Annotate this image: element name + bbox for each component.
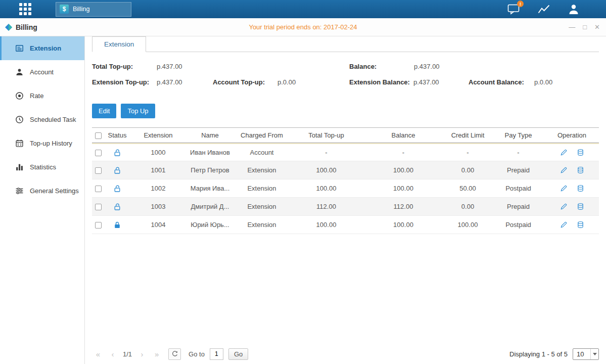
pagination-bar: « ‹ 1/1 › » Go to Go Displaying 1 - 5 of…	[92, 348, 599, 360]
cell-credit-limit: 50.00	[444, 179, 492, 198]
minimize-button[interactable]: —	[569, 24, 575, 30]
cell-extension: 1004	[130, 216, 186, 234]
sidebar-item-extension[interactable]: Extension	[0, 36, 84, 60]
col-header-pay-type: Pay Type	[492, 127, 545, 143]
sidebar-item-label: Extension	[30, 44, 61, 52]
sidebar-item-label: Statistics	[30, 163, 56, 171]
cell-name: Юрий Юрь...	[186, 216, 234, 234]
summary-balance: Balance: p.437.00	[349, 63, 440, 70]
select-all-checkbox[interactable]	[95, 132, 102, 139]
col-header-total-topup: Total Top-up	[290, 127, 363, 143]
row-checkbox[interactable]	[95, 204, 102, 210]
table-row[interactable]: 1001 Петр Петров Extension 100.00 100.00…	[92, 161, 599, 179]
edit-row-icon[interactable]	[560, 203, 568, 210]
sidebar-item-statistics[interactable]: Statistics	[0, 155, 84, 179]
topup-row-icon[interactable]	[577, 221, 584, 229]
cell-extension: 1000	[130, 143, 186, 161]
summary-extension-balance: Extension Balance: p.437.00	[349, 78, 439, 86]
close-button[interactable]: ✕	[594, 24, 600, 30]
billing-logo-icon	[5, 23, 13, 31]
row-checkbox[interactable]	[95, 167, 102, 174]
sidebar-item-general-settings[interactable]: General Settings	[0, 179, 84, 203]
cell-charged-from: Extension	[234, 179, 290, 198]
user-account-icon[interactable]	[568, 4, 580, 15]
table-row[interactable]: 1003 Дмитрий Д... Extension 112.00 112.0…	[92, 198, 599, 216]
col-header-operation: Operation	[545, 127, 599, 143]
cell-pay-type: -	[492, 143, 545, 161]
last-page-button[interactable]: »	[151, 348, 163, 360]
topup-row-icon[interactable]	[577, 149, 584, 156]
page-indicator: 1/1	[123, 350, 132, 358]
extension-icon	[15, 44, 24, 53]
cell-credit-limit: -	[444, 143, 492, 161]
sidebar-item-label: General Settings	[30, 187, 79, 195]
first-page-button[interactable]: «	[92, 348, 104, 360]
prev-page-button[interactable]: ‹	[107, 348, 119, 360]
go-button[interactable]: Go	[228, 348, 248, 360]
refresh-button[interactable]	[168, 348, 181, 360]
extensions-table: Status Extension Name Charged From Total…	[92, 127, 599, 234]
top-up-button[interactable]: Top Up	[121, 104, 155, 118]
edit-row-icon[interactable]	[560, 221, 568, 229]
sidebar-item-account[interactable]: Account	[0, 60, 84, 84]
col-header-balance: Balance	[363, 127, 444, 143]
cell-pay-type: Prepaid	[492, 198, 545, 216]
notifications-chat-icon[interactable]: !	[507, 4, 520, 15]
balance-summary: Total Top-up: p.437.00 Balance: p.437.00…	[92, 63, 599, 96]
edit-row-icon[interactable]	[560, 166, 568, 174]
topup-row-icon[interactable]	[577, 166, 584, 174]
edit-button[interactable]: Edit	[92, 104, 116, 118]
cell-credit-limit: 0.00	[444, 161, 492, 179]
summary-account-balance: Account Balance: p.0.00	[469, 78, 552, 86]
apps-grid-icon[interactable]	[19, 3, 31, 15]
cell-balance: -	[363, 143, 444, 161]
tab-extension[interactable]: Extension	[92, 36, 146, 52]
status-lock-icon	[113, 166, 121, 174]
table-row[interactable]: 1002 Мария Ива... Extension 100.00 100.0…	[92, 179, 599, 198]
cell-balance: 100.00	[363, 216, 444, 234]
col-header-credit-limit: Credit Limit	[444, 127, 492, 143]
table-row[interactable]: 1004 Юрий Юрь... Extension 100.00 100.00…	[92, 216, 599, 234]
row-checkbox[interactable]	[95, 186, 102, 192]
statistics-chart-icon[interactable]	[537, 4, 550, 15]
sidebar-item-topup-history[interactable]: Top-up History	[0, 131, 84, 155]
cell-charged-from: Account	[234, 143, 290, 161]
dollar-icon: $	[60, 5, 69, 14]
main-panel: Extension Total Top-up: p.437.00 Balance…	[85, 36, 606, 364]
cell-total-topup: 100.00	[290, 179, 363, 198]
next-page-button[interactable]: ›	[136, 348, 148, 360]
page-size-select[interactable]: 10	[573, 348, 599, 360]
sidebar-item-rate[interactable]: Rate	[0, 84, 84, 108]
sidebar-item-scheduled-task[interactable]: Scheduled Task	[0, 108, 84, 131]
cell-charged-from: Extension	[234, 161, 290, 179]
topbar: $ Billing !	[0, 0, 606, 18]
cell-balance: 100.00	[363, 161, 444, 179]
cell-balance: 100.00	[363, 179, 444, 198]
cell-total-topup: 112.00	[290, 198, 363, 216]
sidebar-item-label: Account	[30, 68, 54, 76]
edit-row-icon[interactable]	[560, 149, 568, 156]
page-size-value: 10	[573, 350, 590, 358]
cell-pay-type: Postpaid	[492, 216, 545, 234]
cell-charged-from: Extension	[234, 216, 290, 234]
col-header-name: Name	[186, 127, 234, 143]
cell-credit-limit: 100.00	[444, 216, 492, 234]
cell-pay-type: Prepaid	[492, 161, 545, 179]
sidebar: Extension Account Rate Scheduled Task To…	[0, 36, 85, 364]
goto-page-input[interactable]	[210, 348, 223, 360]
row-checkbox[interactable]	[95, 222, 102, 229]
sliders-icon	[15, 187, 24, 195]
edit-row-icon[interactable]	[560, 185, 568, 192]
table-row[interactable]: 1000 Иван Иванов Account - - - -	[92, 143, 599, 161]
trial-notice: Your trial period ends on: 2017-02-24	[0, 23, 606, 31]
cell-extension: 1003	[130, 198, 186, 216]
maximize-button[interactable]: □	[583, 24, 587, 30]
cell-total-topup: 100.00	[290, 161, 363, 179]
topup-row-icon[interactable]	[577, 185, 584, 192]
bar-chart-icon	[15, 163, 24, 171]
cell-name: Иван Иванов	[186, 143, 234, 161]
topup-row-icon[interactable]	[577, 203, 584, 210]
topbar-tab-billing[interactable]: $ Billing	[56, 2, 131, 17]
row-checkbox[interactable]	[95, 150, 102, 156]
cell-charged-from: Extension	[234, 198, 290, 216]
